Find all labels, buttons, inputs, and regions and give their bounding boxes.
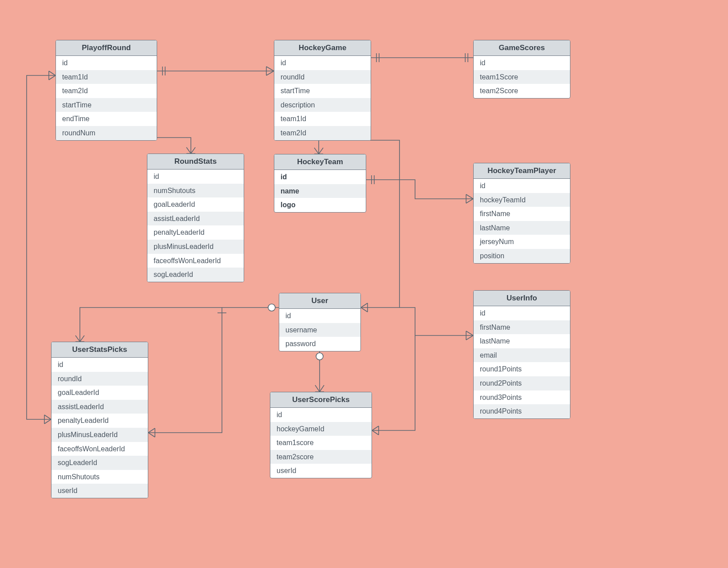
entity-user-info: UserInfo id firstName lastName email rou… xyxy=(473,290,570,419)
attr: firstName xyxy=(474,320,570,335)
attr: goalLeaderId xyxy=(51,386,148,400)
attr: id xyxy=(51,358,148,372)
attr: assistLeaderId xyxy=(147,212,244,226)
svg-line-16 xyxy=(191,147,195,154)
attr: position xyxy=(474,249,570,263)
svg-line-15 xyxy=(186,147,191,154)
svg-line-26 xyxy=(466,194,473,199)
attr: faceoffsWonLeaderId xyxy=(147,254,244,268)
entity-title: HockeyGame xyxy=(274,40,371,56)
attr: password xyxy=(279,337,360,351)
attr: round4Points xyxy=(474,404,570,418)
svg-line-54 xyxy=(372,426,379,430)
attr: plusMinusLeaderId xyxy=(147,240,244,254)
attr: team2Id xyxy=(274,126,371,140)
svg-line-52 xyxy=(315,385,320,392)
entity-round-stats: RoundStats id numShutouts goalLeaderId a… xyxy=(147,154,244,282)
entity-user-score-picks: UserScorePicks id hockeyGameId team1scor… xyxy=(270,392,372,478)
attr: id xyxy=(270,408,372,422)
attr: userId xyxy=(270,464,372,478)
attr: id xyxy=(274,170,366,184)
attr: hockeyGameId xyxy=(270,422,372,436)
attr: description xyxy=(274,98,371,112)
attr: startTime xyxy=(274,84,371,98)
attr: endTime xyxy=(56,112,157,126)
attr: goalLeaderId xyxy=(147,197,244,212)
attr: lastName xyxy=(474,221,570,235)
entity-title: RoundStats xyxy=(147,154,244,170)
svg-point-49 xyxy=(316,353,323,360)
svg-line-41 xyxy=(80,335,84,342)
attr: roundNum xyxy=(56,126,157,140)
attr: round2Points xyxy=(474,376,570,390)
svg-line-4 xyxy=(266,71,274,75)
attr: team1Score xyxy=(474,70,570,84)
svg-line-27 xyxy=(466,199,473,203)
svg-line-43 xyxy=(49,75,55,80)
entity-hockey-team: HockeyTeam id name logo xyxy=(274,154,366,213)
attr: id xyxy=(474,179,570,193)
entity-title: User xyxy=(279,293,360,309)
entity-title: HockeyTeam xyxy=(274,154,366,170)
entity-user: User id username password xyxy=(279,293,361,351)
entity-hockey-team-player: HockeyTeamPlayer id hockeyTeamId firstNa… xyxy=(473,163,570,264)
attr: startTime xyxy=(56,98,157,112)
svg-line-36 xyxy=(466,335,473,340)
svg-line-58 xyxy=(148,433,155,437)
entity-title: UserInfo xyxy=(474,291,570,306)
attr: userId xyxy=(51,484,148,498)
attr: roundId xyxy=(274,70,371,84)
entity-game-scores: GameScores id team1Score team2Score xyxy=(473,40,570,99)
svg-point-38 xyxy=(268,304,275,311)
attr: id xyxy=(56,56,157,70)
attr: username xyxy=(279,323,360,337)
attr: round3Points xyxy=(474,390,570,405)
attr: email xyxy=(474,348,570,363)
svg-line-32 xyxy=(361,303,368,308)
attr: firstName xyxy=(474,207,570,221)
attr: team1Id xyxy=(56,70,157,84)
svg-line-23 xyxy=(319,148,323,154)
attr: id xyxy=(474,56,570,70)
attr: logo xyxy=(274,198,366,212)
entity-playoff-round: PlayoffRound id team1Id team2Id startTim… xyxy=(55,40,157,141)
attr: team1score xyxy=(270,436,372,450)
attr: team1Id xyxy=(274,112,371,126)
attr: penaltyLeaderId xyxy=(51,414,148,428)
attr: assistLeaderId xyxy=(51,400,148,414)
entity-title: PlayoffRound xyxy=(56,40,157,56)
svg-line-45 xyxy=(44,415,51,419)
svg-line-22 xyxy=(314,148,319,154)
svg-line-46 xyxy=(44,419,51,424)
svg-line-55 xyxy=(372,430,379,435)
attr: team2score xyxy=(270,450,372,464)
attr: id xyxy=(274,56,371,70)
attr: team2Score xyxy=(474,84,570,98)
svg-line-35 xyxy=(466,331,473,335)
svg-line-53 xyxy=(320,385,324,392)
attr: numShutouts xyxy=(51,470,148,484)
svg-line-40 xyxy=(75,335,80,342)
attr: plusMinusLeaderId xyxy=(51,428,148,442)
attr: id xyxy=(474,306,570,320)
attr: sogLeaderId xyxy=(51,456,148,470)
svg-line-57 xyxy=(148,428,155,433)
attr: round1Points xyxy=(474,362,570,376)
entity-title: GameScores xyxy=(474,40,570,56)
attr: name xyxy=(274,184,366,198)
entity-title: UserStatsPicks xyxy=(51,342,148,358)
svg-line-42 xyxy=(49,71,55,75)
entity-user-stats-picks: UserStatsPicks id roundId goalLeaderId a… xyxy=(51,342,148,498)
attr: jerseyNum xyxy=(474,235,570,249)
attr: roundId xyxy=(51,372,148,386)
attr: sogLeaderId xyxy=(147,268,244,282)
entity-title: UserScorePicks xyxy=(270,392,372,408)
attr: penaltyLeaderId xyxy=(147,225,244,240)
attr: id xyxy=(279,309,360,323)
entity-title: HockeyTeamPlayer xyxy=(474,163,570,179)
attr: team2Id xyxy=(56,84,157,98)
svg-line-33 xyxy=(361,308,368,312)
attr: hockeyTeamId xyxy=(474,193,570,207)
entity-hockey-game: HockeyGame id roundId startTime descript… xyxy=(274,40,371,141)
attr: faceoffsWonLeaderId xyxy=(51,442,148,456)
